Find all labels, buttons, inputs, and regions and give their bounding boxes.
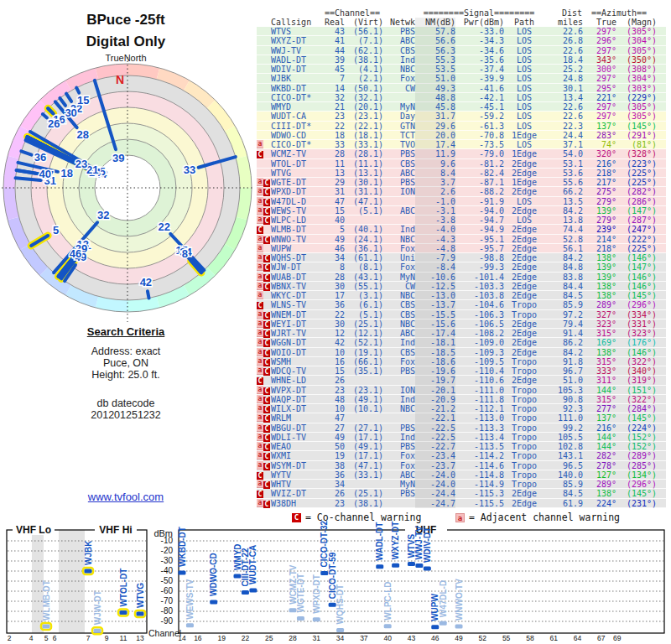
cell-path: Tropo [504,480,544,489]
cell-network: Fox [383,244,415,253]
cell-power: -114.8 [455,470,504,480]
co-channel-warning-icon: C [263,208,270,216]
cell-azimuth-true: 323° [583,319,616,329]
cell-path: 2Edge [504,282,544,291]
cell-azimuth-true: 169° [583,338,616,347]
cell-noise-margin: 56.6 [415,36,455,45]
cell-virtual-channel: (17.1) [345,433,383,442]
cell-azimuth-magnetic: (146°) [616,253,657,262]
cell-noise-margin: 31.7 [415,112,455,121]
cell-real-channel: 45 [323,65,345,74]
cell-noise-margin: -18.5 [415,348,455,357]
cell-miles: 84.2 [544,206,583,216]
vhf-channel-tick: 11 [120,634,127,642]
cell-miles: 99.2 [544,423,583,433]
cell-real-channel: 19 [323,451,345,460]
cell-noise-margin: 51.0 [415,74,455,83]
cell-power: -103.3 [455,282,504,291]
adjacent-warning-icon: a [257,282,263,290]
cell-virtual-channel: (20.1) [345,102,383,112]
cell-miles: 105.5 [544,433,583,442]
tvfool-link[interactable]: www.tvfool.com [0,491,252,503]
cell-path: LOS [504,65,544,74]
cell-virtual-channel: (27.1) [345,423,383,433]
cell-azimuth-magnetic: (285°) [616,461,657,470]
cell-network: CBS [383,348,415,357]
adjacent-warning-icon: a [257,319,263,328]
adjacent-warning-icon: a [257,386,263,394]
uhf-channel-tick: 49 [455,634,463,642]
co-channel-warning-icon: C [263,274,270,282]
warning-badges: aC [257,404,270,413]
cell-azimuth-magnetic: (322°) [616,395,657,404]
co-channel-warning-icon: C [263,217,270,225]
uhf-channel-tick: 14 [178,634,186,642]
table-row: aCWVPX-DT23(23.1)ION-20.1-111.0Tropo105.… [257,386,666,395]
adjacent-warning-icon: a [257,253,263,262]
cell-real-channel: 10 [323,404,345,413]
co-channel-warning-icon: C [263,444,270,451]
cell-azimuth-magnetic: (222°) [616,235,657,244]
co-channel-warning-icon: C [257,302,263,309]
cell-miles: 13.5 [544,197,583,206]
station-table: ==Channel== ========Signal======== Dist … [257,8,666,508]
cell-azimuth-magnetic: (146°) [616,282,657,291]
cell-path: LOS [504,36,544,45]
cell-path: 2Edge [504,262,544,272]
adjacent-warning-icon: a [257,366,263,375]
cell-power: -111.8 [455,395,504,404]
fm-gap-band [59,530,85,633]
col-magn: (Magn) [616,18,657,27]
cell-path: LOS [504,140,544,149]
cell-noise-margin: 3.7 [415,178,455,187]
adjacent-warning-icon: a [257,499,263,507]
cell-noise-margin: 49.3 [415,84,455,93]
col-miles: miles [544,18,583,27]
warning-badges: aC [257,461,270,470]
cell-azimuth-true: 138° [583,253,616,262]
spoke-channel-label: 42 [140,276,152,288]
cell-miles: 18.4 [544,55,583,65]
cell-miles: 140.0 [544,470,583,480]
cell-miles: 96.5 [544,461,583,470]
table-row: CWLMB-DT5(40.1)Ind-4.0-94.92Edge74.4239°… [257,225,666,234]
cell-real-channel: 12 [323,329,345,338]
table-row: aCWEYI-DT30(25.1)NBC-15.6-106.52Edge79.4… [257,319,666,329]
cell-path: Tropo [504,442,544,451]
cell-path: 2Edge [504,253,544,262]
warning-badges [257,27,270,36]
co-channel-warning-icon: C [263,397,270,404]
col-callsign: Callsign [270,18,323,27]
cell-azimuth-true: 279° [583,216,616,225]
cell-azimuth-true: 327° [583,310,616,319]
cell-azimuth-magnetic: (305°) [616,27,657,36]
cell-real-channel: 43 [323,27,345,36]
cell-callsign: WSYM-DT [270,461,323,470]
cell-real-channel: 23 [323,499,345,508]
cell-callsign: W38DH [270,499,323,508]
warning-badges: aC [257,480,270,489]
cell-miles: 13.4 [544,93,583,102]
cell-miles: 55.6 [544,178,583,187]
cell-callsign: WLMB-DT [270,225,323,234]
signal-bar-label: WTVG [136,583,145,608]
signal-bar-label: WJW-DT [93,590,102,625]
cell-real-channel: 48 [323,395,345,404]
cell-miles: 111.0 [544,413,583,423]
cell-virtual-channel: (5.1) [345,206,383,216]
cell-noise-margin: 8.4 [415,169,455,178]
warning-badges: a [257,140,270,149]
cell-virtual-channel [345,376,383,385]
co-channel-warning-icon: C [263,434,270,442]
cell-network: PBS [383,27,415,36]
cell-noise-margin: -3.1 [415,206,455,216]
cell-azimuth-magnetic: (334°) [616,310,657,319]
cell-azimuth-true: 297° [583,74,616,83]
vhf-channel-tick: 6 [53,634,57,642]
cell-miles: 51.0 [544,376,583,385]
cell-callsign: W47DL-D [270,197,323,206]
adjacent-warning-icon: a [257,178,263,186]
cell-azimuth-magnetic: (331°) [616,319,657,329]
table-row: aCWPXD-DT31(31.1)ION2.6-88.22Edge66.2275… [257,187,666,196]
cell-path: Tropo [504,470,544,480]
